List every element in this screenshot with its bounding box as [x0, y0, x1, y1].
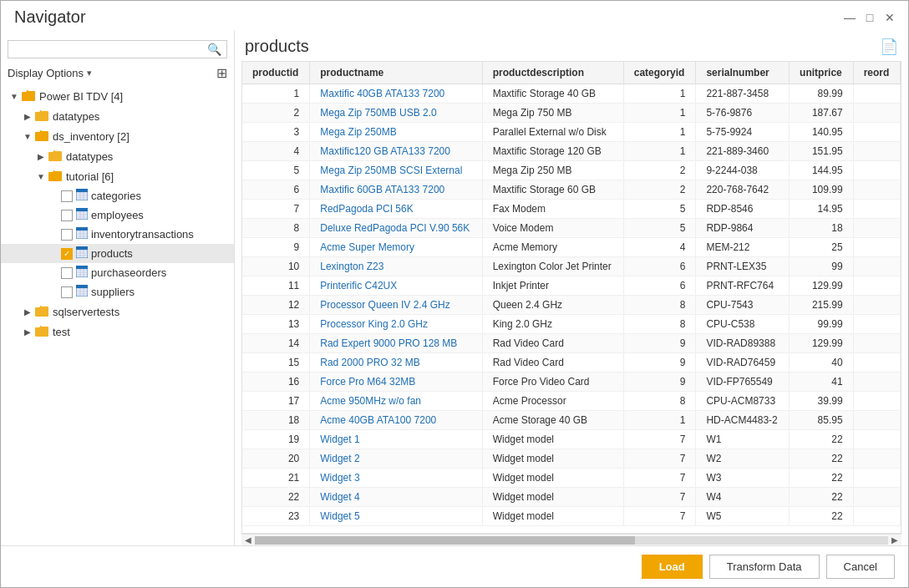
- table-row[interactable]: 4Maxtific120 GB ATA133 7200Maxtific Stor…: [242, 142, 901, 161]
- tree-label-suppliers: suppliers: [91, 286, 135, 298]
- table-row[interactable]: 22Widget 4Widget model7W422: [242, 488, 901, 507]
- checkbox-purchaseorders[interactable]: [61, 267, 73, 279]
- table-row[interactable]: 6Maxtific 60GB ATA133 7200Maxtific Stora…: [242, 180, 901, 200]
- tree-label-inventorytransactions: inventorytransactions: [91, 228, 194, 241]
- table-cell: [853, 123, 900, 142]
- table-row[interactable]: 10Lexington Z23Lexington Color Jet Print…: [242, 257, 901, 276]
- col-header-productname: productname: [310, 62, 482, 84]
- table-row[interactable]: 1Maxtific 40GB ATA133 7200Maxtific Stora…: [242, 84, 901, 104]
- table-cell: 8: [623, 315, 696, 334]
- table-cell: [853, 430, 900, 449]
- table-cell: 14: [242, 334, 310, 353]
- tree-label-powerbi: Power BI TDV [4]: [39, 90, 123, 103]
- table-row[interactable]: 3Mega Zip 250MBParallel External w/o Dis…: [242, 123, 901, 142]
- table-row[interactable]: 23Widget 5Widget model7W522: [242, 507, 901, 526]
- cancel-button[interactable]: Cancel: [826, 555, 895, 579]
- display-options-label: Display Options: [8, 67, 84, 79]
- tree-item-powerbi[interactable]: ▼Power BI TDV [4]: [1, 86, 234, 106]
- display-options-arrow-icon: ▾: [87, 68, 92, 79]
- table-cell: 22: [790, 488, 854, 507]
- table-row[interactable]: 14Rad Expert 9000 PRO 128 MBRad Video Ca…: [242, 334, 901, 353]
- table-row[interactable]: 16Force Pro M64 32MBForce Pro Video Card…: [242, 373, 901, 392]
- scroll-right-arrow[interactable]: ▶: [888, 534, 901, 545]
- checkbox-employees[interactable]: [61, 210, 73, 221]
- checkbox-categories[interactable]: [61, 190, 73, 202]
- table-cell: 109.99: [790, 180, 854, 200]
- svg-rect-1: [76, 189, 88, 192]
- table-cell: [853, 392, 900, 411]
- nav-view-button[interactable]: ⊞: [216, 65, 227, 81]
- horizontal-scrollbar[interactable]: ◀ ▶: [241, 534, 901, 545]
- table-row[interactable]: 21Widget 3Widget model7W322: [242, 469, 901, 488]
- checkbox-suppliers[interactable]: [61, 286, 73, 298]
- display-options-button[interactable]: Display Options ▾: [8, 67, 92, 79]
- tree-item-datatypes1[interactable]: ▶datatypes: [1, 106, 234, 126]
- table-row[interactable]: 15Rad 2000 PRO 32 MBRad Video Card9VID-R…: [242, 353, 901, 373]
- table-cell: 11: [242, 276, 310, 296]
- table-row[interactable]: 11Printerific C42UXInkjet Printer6PRNT-R…: [242, 276, 901, 296]
- table-cell: 3: [242, 123, 310, 142]
- table-cell: Widget 3: [310, 469, 482, 488]
- table-row[interactable]: 9Acme Super MemoryAcme Memory4MEM-21225: [242, 238, 901, 257]
- tree-item-sqlservertests[interactable]: ▶sqlservertests: [1, 302, 234, 322]
- table-row[interactable]: 7RedPagoda PCI 56KFax Modem5RDP-854614.9…: [242, 200, 901, 219]
- table-cell: 4: [242, 142, 310, 161]
- tree-item-products[interactable]: ✓products: [1, 244, 234, 263]
- table-row[interactable]: 2Mega Zip 750MB USB 2.0Mega Zip 750 MB15…: [242, 104, 901, 123]
- tree-item-categories[interactable]: categories: [1, 186, 234, 205]
- tree-label-datatypes1: datatypes: [53, 110, 99, 123]
- title-bar: Navigator — □ ✕: [1, 1, 908, 30]
- checkbox-products[interactable]: ✓: [61, 248, 73, 260]
- folder-icon-powerbi: [21, 89, 36, 104]
- tree-item-ds_inventory[interactable]: ▼ds_inventory [2]: [1, 126, 234, 146]
- table-cell: 22: [790, 430, 854, 449]
- table-row[interactable]: 8Deluxe RedPagoda PCI V.90 56KVoice Mode…: [242, 219, 901, 238]
- table-row[interactable]: 13Processor King 2.0 GHzKing 2.0 GHz8CPU…: [242, 315, 901, 334]
- expand-icon-sqlservertests: ▶: [21, 305, 34, 318]
- tree-item-suppliers[interactable]: suppliers: [1, 282, 234, 302]
- tree-item-employees[interactable]: employees: [1, 205, 234, 225]
- table-row[interactable]: 19Widget 1Widget model7W122: [242, 430, 901, 449]
- search-input[interactable]: [13, 43, 207, 56]
- table-icon-purchaseorders: [76, 266, 88, 280]
- checkbox-inventorytransactions[interactable]: [61, 229, 73, 241]
- table-row[interactable]: 12Processor Queen IV 2.4 GHzQueen 2.4 GH…: [242, 296, 901, 315]
- table-cell: Fax Modem: [482, 200, 623, 219]
- table-cell: 1: [623, 123, 696, 142]
- tree-item-test[interactable]: ▶test: [1, 322, 234, 342]
- transform-data-button[interactable]: Transform Data: [709, 555, 820, 579]
- table-cell: Acme Memory: [482, 238, 623, 257]
- table-cell: W2: [696, 449, 790, 469]
- folder-icon-datatypes2: [48, 149, 63, 164]
- table-row[interactable]: 5Mega Zip 250MB SCSI ExternalMega Zip 25…: [242, 161, 901, 180]
- table-cell: Mega Zip 250 MB: [482, 161, 623, 180]
- tree-item-tutorial[interactable]: ▼tutorial [6]: [1, 166, 234, 186]
- scroll-left-arrow[interactable]: ◀: [241, 534, 255, 545]
- table-cell: 85.95: [790, 411, 854, 430]
- tree-item-datatypes2[interactable]: ▶datatypes: [1, 146, 234, 166]
- table-row[interactable]: 17Acme 950MHz w/o fanAcme Processor8CPU-…: [242, 392, 901, 411]
- table-cell: 22: [790, 507, 854, 526]
- tree-item-inventorytransactions[interactable]: inventorytransactions: [1, 225, 234, 244]
- export-button[interactable]: 📄: [880, 38, 898, 56]
- search-icon: 🔍: [207, 43, 221, 56]
- h-scroll-thumb: [255, 536, 635, 545]
- tree-item-purchaseorders[interactable]: purchaseorders: [1, 263, 234, 282]
- table-row[interactable]: 18Acme 40GB ATA100 7200Acme Storage 40 G…: [242, 411, 901, 430]
- load-button[interactable]: Load: [642, 555, 703, 579]
- maximize-button[interactable]: □: [861, 9, 878, 26]
- minimize-button[interactable]: —: [841, 9, 858, 26]
- close-button[interactable]: ✕: [881, 9, 898, 26]
- table-cell: [853, 296, 900, 315]
- data-table-container[interactable]: productidproductnameproductdescriptionca…: [241, 61, 901, 534]
- col-header-productdescription: productdescription: [482, 62, 623, 84]
- footer: Load Transform Data Cancel: [1, 545, 908, 587]
- table-cell: Mega Zip 250MB: [310, 123, 482, 142]
- table-row[interactable]: 20Widget 2Widget model7W222: [242, 449, 901, 469]
- table-cell: 99: [790, 257, 854, 276]
- navigator-dialog: Navigator — □ ✕ 🔍 Display Options ▾ ⊞ ▼P…: [0, 0, 909, 588]
- table-icon-products: [76, 246, 88, 261]
- table-cell: Deluxe RedPagoda PCI V.90 56K: [310, 219, 482, 238]
- table-cell: 7: [242, 200, 310, 219]
- expand-icon-test: ▶: [21, 325, 34, 338]
